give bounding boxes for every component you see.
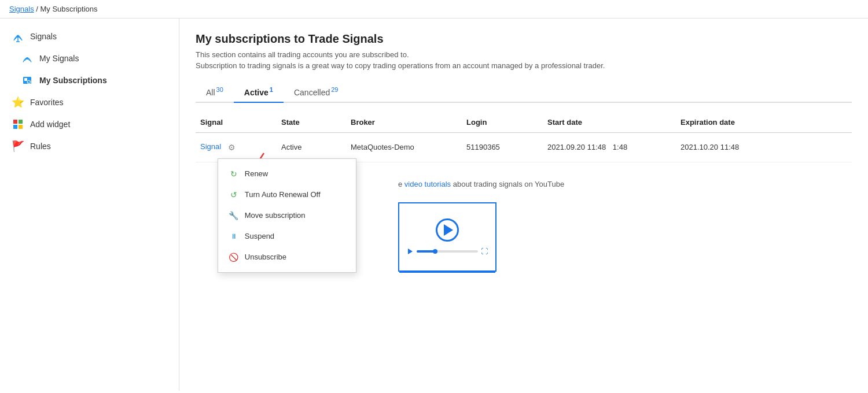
sidebar-item-rules[interactable]: 🚩 Rules [0, 135, 179, 157]
sidebar-label-signals: Signals [30, 32, 57, 41]
suspend-icon: ⏸ [229, 231, 239, 242]
tab-active-count: 1 [270, 86, 273, 93]
breadcrumb: Signals / My Subscriptions [0, 0, 868, 18]
signal-row-area: Signal ⚙ ↻ Renew ↺ Turn Auto Renewa [196, 133, 852, 272]
widget-icon [12, 118, 24, 131]
tab-cancelled-count: 29 [331, 86, 338, 93]
renew-icon: ↻ [229, 169, 239, 179]
signal-link[interactable]: Signal [200, 142, 221, 151]
video-inner: ⛶ [399, 203, 495, 270]
tab-cancelled[interactable]: Cancelled29 [284, 81, 349, 103]
my-signals-icon [21, 52, 34, 65]
dropdown-item-turn-auto-renewal-off[interactable]: ↺ Turn Auto Renewal Off [218, 184, 356, 205]
start-time-value: 1:48 [613, 143, 627, 151]
tabs: All30 Active1 Cancelled29 [196, 81, 852, 103]
start-date-value: 2021.09.20 11:48 [547, 143, 606, 151]
svg-rect-9 [13, 125, 17, 129]
dropdown-label-renew: Renew [245, 169, 268, 178]
dropdown-label-suspend: Suspend [245, 232, 274, 240]
sidebar-label-favorites: Favorites [30, 98, 64, 107]
tab-active[interactable]: Active1 [234, 81, 284, 103]
play-triangle [444, 224, 453, 236]
video-border-bottom [399, 270, 495, 273]
rules-icon: 🚩 [12, 140, 24, 153]
breadcrumb-signals-link[interactable]: Signals [9, 5, 34, 13]
col-header-login: Login [462, 116, 543, 129]
cell-signal: Signal ⚙ ↻ Renew ↺ Turn Auto Renewa [196, 139, 277, 156]
sidebar-item-signals[interactable]: Signals [0, 25, 179, 47]
cell-broker: MetaQuotes-Demo [346, 140, 462, 154]
main-content: My subscriptions to Trade Signals This s… [179, 18, 868, 391]
sidebar-label-my-signals: My Signals [39, 54, 79, 63]
dropdown-menu: ↻ Renew ↺ Turn Auto Renewal Off 🔧 Move s… [218, 158, 356, 273]
col-header-expiration-date: Expiration date [676, 116, 803, 129]
sidebar-item-favorites[interactable]: ⭐ Favorites [0, 91, 179, 113]
cell-expiration-date: 2021.10.20 11:48 [676, 140, 803, 154]
col-header-broker: Broker [346, 116, 462, 129]
sidebar-label-add-widget: Add widget [30, 120, 70, 129]
col-header-signal: Signal [196, 116, 277, 129]
cell-start-date: 2021.09.20 11:48 1:48 [543, 140, 676, 154]
col-header-state: State [277, 116, 346, 129]
gear-button[interactable]: ⚙ [226, 141, 238, 154]
tutorial-link[interactable]: video tutorials [404, 180, 451, 188]
ctrl-expand-icon[interactable]: ⛶ [480, 247, 488, 255]
auto-renewal-icon: ↺ [229, 190, 239, 200]
ctrl-play-small [408, 249, 413, 254]
dropdown-label-move-subscription: Move subscription [245, 211, 306, 220]
dropdown-label-unsubscribe: Unsubscribe [245, 253, 286, 261]
cell-login: 51190365 [462, 140, 543, 154]
video-thumbnail[interactable]: ⛶ [398, 202, 496, 272]
play-button[interactable] [436, 218, 459, 242]
table-header: Signal State Broker Login Start date Exp… [196, 112, 852, 133]
svg-rect-7 [13, 120, 17, 124]
cell-state: Active [277, 140, 346, 154]
svg-rect-10 [19, 125, 23, 129]
tutorial-text-before: e [398, 180, 404, 188]
tab-all-count: 30 [216, 86, 223, 93]
sidebar-item-my-subscriptions[interactable]: My Subscriptions [0, 69, 179, 91]
page-desc-2: Subscription to trading signals is a gre… [196, 61, 852, 70]
sidebar-item-my-signals[interactable]: My Signals [0, 47, 179, 69]
sidebar-label-my-subscriptions: My Subscriptions [39, 76, 107, 85]
table-row: Signal ⚙ ↻ Renew ↺ Turn Auto Renewa [196, 133, 852, 162]
ctrl-progress-bar[interactable] [417, 250, 477, 253]
subscriptions-icon [21, 74, 34, 87]
tab-all-label: All [206, 88, 215, 97]
tab-active-label: Active [244, 88, 269, 97]
favorites-icon: ⭐ [12, 96, 24, 109]
col-header-start-date: Start date [543, 116, 676, 129]
tutorial-text-after: about trading signals on YouTube [453, 180, 565, 188]
video-thumbnail-container: ⛶ [398, 195, 852, 272]
dropdown-item-renew[interactable]: ↻ Renew [218, 164, 356, 184]
dropdown-label-turn-auto-renewal-off: Turn Auto Renewal Off [245, 190, 321, 199]
video-controls: ⛶ [406, 247, 488, 255]
tutorial-section: e video tutorials about trading signals … [398, 180, 852, 272]
svg-rect-5 [24, 78, 27, 81]
sidebar-label-rules: Rules [30, 142, 51, 151]
tab-all[interactable]: All30 [196, 81, 234, 103]
dropdown-item-suspend[interactable]: ⏸ Suspend [218, 226, 356, 247]
page-desc-1: This section contains all trading accoun… [196, 50, 852, 59]
breadcrumb-separator: / [36, 5, 40, 13]
breadcrumb-current: My Subscriptions [41, 5, 98, 13]
tab-cancelled-label: Cancelled [294, 88, 330, 97]
subscription-table: Signal State Broker Login Start date Exp… [196, 112, 852, 272]
page-title: My subscriptions to Trade Signals [196, 32, 852, 46]
move-icon: 🔧 [229, 210, 239, 221]
layout: Signals My Signals My Sub [0, 18, 868, 391]
ctrl-progress-dot [433, 249, 437, 254]
svg-rect-8 [19, 120, 23, 124]
dropdown-item-move-subscription[interactable]: 🔧 Move subscription [218, 205, 356, 226]
signals-icon [12, 30, 24, 43]
dropdown-wrapper: ⚙ ↻ Renew ↺ Turn Auto Renewal Off [223, 141, 238, 154]
ctrl-play-icon [406, 247, 414, 255]
unsubscribe-icon: 🚫 [229, 252, 239, 262]
sidebar-item-add-widget[interactable]: Add widget [0, 113, 179, 135]
sidebar: Signals My Signals My Sub [0, 18, 179, 391]
dropdown-item-unsubscribe[interactable]: 🚫 Unsubscribe [218, 247, 356, 268]
